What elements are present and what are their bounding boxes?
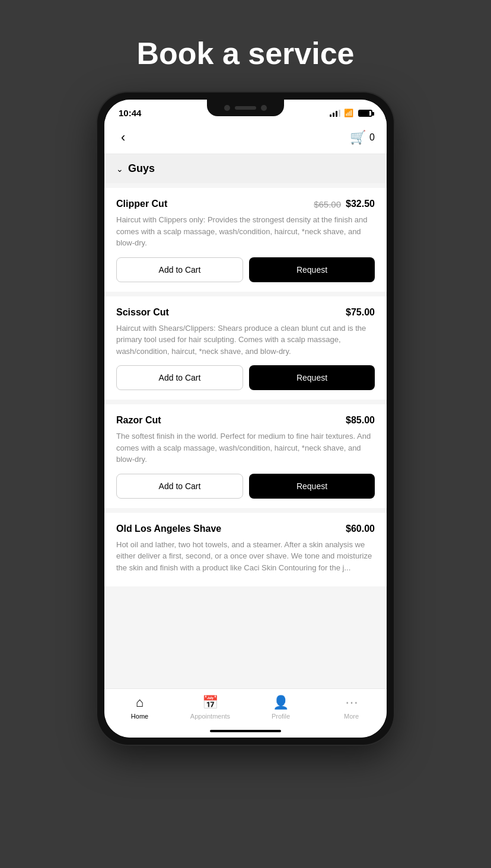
request-scissor-cut[interactable]: Request: [249, 365, 375, 390]
category-header[interactable]: ⌄ Guys: [104, 154, 387, 183]
service-name-scissor-cut: Scissor Cut: [116, 307, 169, 318]
service-price-area-scissor-cut: $75.00: [346, 307, 375, 318]
service-original-price-clipper-cut: $65.00: [314, 199, 341, 209]
service-name-razor-cut: Razor Cut: [116, 415, 161, 426]
service-description-old-la-shave: Hot oil and lather, two hot towels, and …: [116, 539, 375, 574]
home-bar: [210, 730, 281, 732]
service-price-scissor-cut: $75.00: [346, 307, 375, 318]
service-price-area-old-la-shave: $60.00: [346, 524, 375, 534]
notch-camera: [224, 105, 230, 111]
service-price-area-clipper-cut: $65.00 $32.50: [314, 199, 375, 209]
phone-frame: 10:44 📶 ‹: [97, 92, 394, 745]
cart-icon: 🛒: [350, 130, 366, 145]
home-indicator: [104, 725, 387, 738]
service-card-razor-cut: Razor Cut $85.00 The softest finish in t…: [104, 404, 387, 508]
cart-area[interactable]: 🛒 0: [350, 130, 375, 145]
status-icons: 📶: [330, 108, 372, 117]
calendar-icon: 📅: [202, 695, 218, 710]
notch-speaker: [235, 106, 256, 110]
chevron-down-icon: ⌄: [116, 164, 123, 174]
nav-item-more[interactable]: ⋯ More: [316, 695, 387, 720]
service-card-scissor-cut: Scissor Cut $75.00 Haircut with Shears/C…: [104, 296, 387, 400]
nav-item-profile[interactable]: 👤 Profile: [246, 695, 316, 720]
cart-count: 0: [369, 132, 375, 143]
add-to-cart-scissor-cut[interactable]: Add to Cart: [116, 365, 243, 390]
service-name-old-la-shave: Old Los Angeles Shave: [116, 524, 221, 534]
home-icon: ⌂: [136, 695, 144, 710]
notch-camera2: [261, 105, 267, 111]
nav-item-home[interactable]: ⌂ Home: [104, 695, 175, 720]
phone-screen: 10:44 📶 ‹: [104, 100, 387, 738]
add-to-cart-clipper-cut[interactable]: Add to Cart: [116, 257, 243, 282]
service-card-clipper-cut: Clipper Cut $65.00 $32.50 Haircut with C…: [104, 188, 387, 292]
profile-label: Profile: [272, 713, 290, 720]
request-razor-cut[interactable]: Request: [249, 474, 375, 499]
more-label: More: [344, 713, 359, 720]
add-to-cart-razor-cut[interactable]: Add to Cart: [116, 474, 243, 499]
service-name-clipper-cut: Clipper Cut: [116, 199, 167, 209]
signal-icon: [330, 110, 340, 117]
service-description-razor-cut: The softest finish in the world. Perfect…: [116, 430, 375, 465]
service-description-scissor-cut: Haircut with Shears/Clippers: Shears pro…: [116, 323, 375, 358]
more-icon: ⋯: [345, 695, 358, 710]
profile-icon: 👤: [273, 695, 289, 710]
home-label: Home: [131, 713, 148, 720]
appointments-label: Appointments: [190, 713, 230, 720]
bottom-nav: ⌂ Home 📅 Appointments 👤 Profile ⋯ More: [104, 688, 387, 725]
service-price-clipper-cut: $32.50: [346, 199, 375, 209]
service-price-area-razor-cut: $85.00: [346, 415, 375, 426]
battery-icon: [358, 110, 372, 117]
category-name: Guys: [128, 162, 155, 175]
status-time: 10:44: [119, 108, 141, 118]
nav-header: ‹ 🛒 0: [104, 123, 387, 154]
service-card-old-la-shave: Old Los Angeles Shave $60.00 Hot oil and…: [104, 513, 387, 587]
service-price-razor-cut: $85.00: [346, 415, 375, 426]
status-bar: 10:44 📶: [104, 100, 387, 123]
page-title: Book a service: [0, 36, 491, 71]
service-description-clipper-cut: Haircut with Clippers only: Provides the…: [116, 214, 375, 249]
request-clipper-cut[interactable]: Request: [249, 257, 375, 282]
scroll-content[interactable]: ⌄ Guys Clipper Cut $65.00 $32.50 Haircut…: [104, 154, 387, 688]
wifi-icon: 📶: [344, 108, 353, 117]
service-price-old-la-shave: $60.00: [346, 524, 375, 534]
nav-item-appointments[interactable]: 📅 Appointments: [175, 695, 246, 720]
back-button[interactable]: ‹: [116, 127, 130, 148]
notch: [207, 100, 284, 116]
